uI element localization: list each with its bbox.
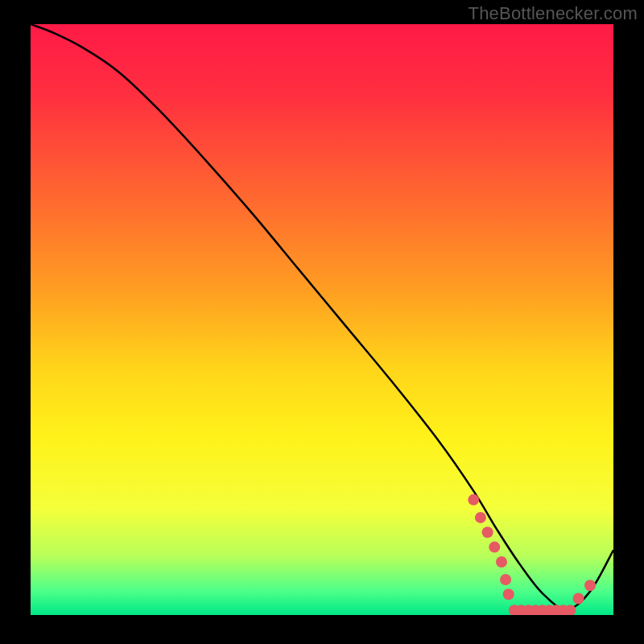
- marker-dot: [489, 542, 500, 553]
- marker-dot: [482, 526, 493, 538]
- chart-frame: TheBottlenecker.com: [0, 0, 644, 644]
- marker-dot: [468, 494, 479, 506]
- marker-dot: [573, 592, 584, 604]
- marker-dot: [564, 605, 576, 616]
- marker-dot: [503, 588, 514, 600]
- marker-dot: [496, 556, 507, 568]
- bottleneck-chart: [0, 0, 644, 644]
- marker-dot: [584, 580, 596, 591]
- marker-dot: [500, 574, 511, 585]
- marker-dot: [475, 512, 486, 523]
- watermark-text: TheBottlenecker.com: [469, 3, 638, 24]
- plot-background: [31, 24, 613, 615]
